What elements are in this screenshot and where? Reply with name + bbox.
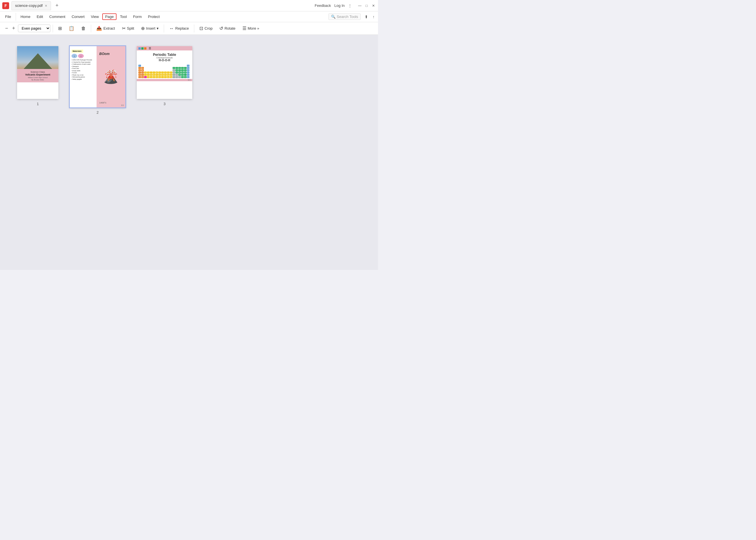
page3-num: B3: [188, 79, 190, 81]
page1-school: Willow Creek High School: [19, 77, 56, 78]
menu-edit[interactable]: Edit: [34, 13, 46, 20]
page3-bottom-bar: [137, 79, 192, 81]
file-tab[interactable]: science-copy.pdf ×: [11, 1, 51, 10]
menu-page[interactable]: Page: [102, 13, 117, 20]
split-icon: ✂: [122, 26, 126, 31]
menu-protect[interactable]: Protect: [145, 13, 162, 20]
temp-label: 1400°c: [99, 101, 107, 104]
crop-label: Crop: [204, 26, 212, 31]
page-1-label: 1: [37, 102, 39, 106]
window-controls: — □ ✕: [358, 3, 376, 8]
page3-pink-bar: ☰: [137, 46, 192, 51]
orange-bar: [144, 47, 147, 50]
delete-page-button[interactable]: 🗑: [78, 25, 89, 33]
search-tools-label: Search Tools: [337, 15, 358, 19]
green-bar: [141, 47, 144, 50]
search-tools-button[interactable]: 🔍 Search Tools: [328, 13, 361, 20]
pt-row-1: H He: [139, 65, 190, 67]
materials-list: • 125ml 10% Hydrogen Peroxide • 1 Sachet…: [71, 59, 95, 80]
insert-dropdown-icon: ▾: [157, 26, 159, 31]
page3-bottom: B3: [137, 79, 192, 81]
materials-header: Materials:: [71, 50, 83, 53]
page-3-label: 3: [163, 102, 165, 106]
page1-class-title: Science Class: [19, 71, 56, 73]
minimize-button[interactable]: —: [358, 3, 362, 8]
more-icon: ☰: [242, 26, 246, 31]
zoom-in-button[interactable]: +: [11, 24, 17, 33]
pt-row-2: Li Be B C N O F Ne: [139, 67, 190, 69]
extract-label: Extract: [103, 26, 115, 31]
page1-author: By Brooke Wells: [19, 79, 56, 81]
rotate-icon: ↺: [219, 26, 223, 31]
menu-convert[interactable]: Convert: [69, 13, 87, 20]
pt-row-3: Na Mg Al Si P S Cl A: [139, 69, 190, 71]
save-icon: 📋: [69, 26, 74, 31]
insert-button[interactable]: ⊕ Insert ▾: [138, 24, 162, 33]
page1-image: [17, 46, 58, 69]
feedback-link[interactable]: Feedback: [315, 3, 331, 8]
atom-illustration-2: ⚛: [78, 54, 84, 58]
periodic-table-mini: H He: [137, 64, 192, 79]
page-3-thumbnail[interactable]: ☰ Periodic Table Chemical Formula H-O-O-…: [137, 46, 192, 99]
replace-button[interactable]: ↔ Replace: [166, 25, 192, 33]
pt-row-5: Rb Sr Y Zr Nb Mo Tc Ru Rh Pd Ag Cd In Sn…: [139, 74, 190, 76]
menu-view[interactable]: View: [88, 13, 102, 20]
toolbar-divider-2: [91, 25, 91, 33]
menu-home[interactable]: Home: [18, 13, 33, 20]
upload-icon[interactable]: ↑: [372, 14, 376, 20]
insert-label: Insert: [146, 26, 156, 31]
page-1-thumbnail[interactable]: Science Class Volcanic Experiment Willow…: [17, 46, 58, 99]
split-button[interactable]: ✂ Split: [119, 24, 137, 33]
search-icon: 🔍: [331, 15, 336, 19]
atom-illustration: ⚛: [71, 54, 77, 58]
copy-page-button[interactable]: ⊞: [55, 24, 65, 33]
toolbar-divider-3: [164, 25, 164, 33]
zoom-out-button[interactable]: −: [3, 24, 10, 33]
page-range-select[interactable]: Even pages All pages Odd pages Current p…: [18, 25, 51, 32]
menu-comment[interactable]: Comment: [47, 13, 68, 20]
toolbar: − + Even pages All pages Odd pages Curre…: [0, 22, 378, 35]
crop-button[interactable]: ⊡ Crop: [196, 24, 215, 33]
more-label: More »: [248, 26, 259, 31]
replace-label: Replace: [175, 26, 189, 31]
page-2-label: 2: [97, 110, 99, 115]
toolbar-divider-4: [194, 25, 194, 33]
extract-icon: 📤: [96, 26, 102, 31]
page-2-container: Materials: ⚛ ⚛ • 125ml 10% Hydrogen Pero…: [70, 46, 125, 115]
more-button[interactable]: ☰ More »: [240, 24, 262, 33]
volcano-emoji: 🌋: [103, 69, 119, 84]
save-page-button[interactable]: 📋: [66, 24, 77, 33]
menu-file[interactable]: File: [2, 13, 14, 20]
close-tab-button[interactable]: ×: [45, 4, 47, 8]
page1-text: Science Class Volcanic Experiment Willow…: [17, 69, 58, 82]
menu-tool[interactable]: Tool: [117, 13, 130, 20]
tab-filename: science-copy.pdf: [15, 3, 43, 8]
share-icon[interactable]: ⬆: [364, 14, 369, 20]
crop-icon: ⊡: [199, 26, 203, 31]
menu-divider-1: [16, 13, 16, 21]
page-2-thumbnail[interactable]: Materials: ⚛ ⚛ • 125ml 10% Hydrogen Pero…: [70, 46, 125, 107]
page2-left: Materials: ⚛ ⚛ • 125ml 10% Hydrogen Pero…: [70, 46, 97, 107]
rotate-button[interactable]: ↺ Rotate: [216, 24, 238, 33]
add-tab-button[interactable]: +: [53, 3, 61, 9]
more-options-icon[interactable]: ⋮: [348, 3, 352, 8]
page2-num: B3: [121, 104, 124, 107]
extract-button[interactable]: 📤 Extract: [93, 24, 118, 33]
split-label: Split: [127, 26, 134, 31]
periodic-table-title: Periodic Table: [139, 53, 190, 57]
copy-icon: ⊞: [58, 26, 62, 31]
blue-bar: [139, 47, 141, 50]
page1-subtitle: Volcanic Experiment: [19, 73, 56, 76]
page-1-container: Science Class Volcanic Experiment Willow…: [17, 46, 58, 106]
login-link[interactable]: Log In: [334, 3, 345, 8]
volcano-shape: [24, 53, 52, 69]
boom-text: BOom: [99, 52, 110, 56]
title-actions: Feedback Log In ⋮: [315, 3, 352, 8]
maximize-button[interactable]: □: [364, 3, 369, 8]
rotate-label: Rotate: [224, 26, 235, 31]
title-bar: F science-copy.pdf × + Feedback Log In ⋮…: [0, 0, 378, 11]
menu-form[interactable]: Form: [130, 13, 145, 20]
close-window-button[interactable]: ✕: [371, 3, 376, 8]
main-content: Science Class Volcanic Experiment Willow…: [0, 35, 378, 270]
delete-icon: 🗑: [81, 26, 86, 31]
